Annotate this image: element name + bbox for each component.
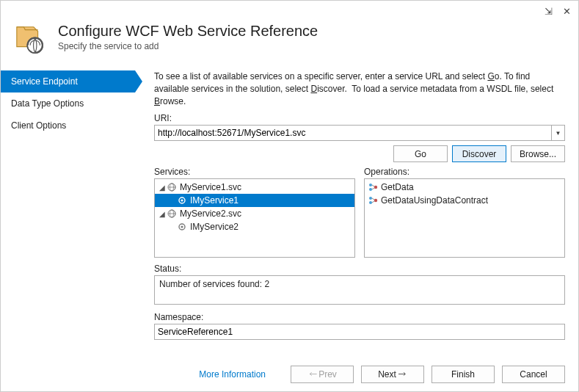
status-box: Number of services found: 2 [154, 275, 565, 305]
service-node[interactable]: ◢ MyService2.svc [155, 207, 354, 220]
service-file-icon [167, 208, 177, 219]
prev-button-label: Prev [318, 369, 337, 380]
operations-label: Operations: [364, 167, 565, 177]
wizard-sidebar: Service Endpoint Data Type Options Clien… [1, 70, 135, 340]
collapse-icon[interactable]: ◢ [158, 184, 167, 192]
dialog-header: Configure WCF Web Service Reference Spec… [1, 21, 578, 70]
arrow-left-icon: 🡐 [309, 369, 317, 378]
service-node-label: MyService2.svc [180, 208, 241, 219]
interface-node-label: IMyService1 [190, 195, 238, 206]
dialog-footer: More Information 🡐Prev Next🡒 Finish Canc… [1, 356, 578, 391]
arrow-right-icon: 🡒 [398, 369, 406, 378]
operation-label: GetDataUsingDataContract [381, 195, 488, 206]
interface-node-label: IMyService2 [190, 222, 238, 232]
cancel-button[interactable]: Cancel [502, 366, 565, 383]
sidebar-item-label: Service Endpoint [11, 76, 78, 87]
interface-icon [177, 222, 187, 232]
svg-point-7 [181, 226, 183, 228]
uri-input[interactable] [154, 125, 552, 141]
service-reference-icon [14, 23, 48, 59]
services-tree[interactable]: ◢ MyService1.svc IMyService1 ◢ [154, 178, 355, 258]
svg-point-12 [369, 201, 372, 204]
svg-point-10 [374, 186, 377, 189]
operation-icon [368, 195, 378, 206]
operation-icon [368, 182, 378, 192]
collapse-icon[interactable]: ◢ [158, 210, 167, 218]
service-node[interactable]: ◢ MyService1.svc [155, 181, 354, 194]
service-node-label: MyService1.svc [180, 182, 241, 192]
sidebar-item-label: Client Options [11, 120, 66, 131]
operation-item[interactable]: GetDataUsingDataContract [365, 194, 564, 207]
interface-icon [177, 195, 187, 206]
service-file-icon [167, 182, 177, 192]
uri-label: URI: [154, 113, 565, 123]
uri-dropdown-icon[interactable]: ▼ [552, 125, 565, 141]
sidebar-item-data-type-options[interactable]: Data Type Options [1, 92, 135, 115]
overflow-icon[interactable]: ⇲ [545, 6, 553, 17]
go-button[interactable]: Go [393, 145, 448, 162]
prev-button[interactable]: 🡐Prev [291, 366, 354, 383]
interface-node[interactable]: IMyService2 [155, 220, 354, 233]
sidebar-item-client-options[interactable]: Client Options [1, 115, 135, 137]
close-icon[interactable]: ✕ [563, 6, 571, 17]
discover-button[interactable]: Discover [452, 145, 506, 162]
sidebar-item-service-endpoint[interactable]: Service Endpoint [1, 70, 135, 92]
page-subtitle: Specify the service to add [58, 41, 318, 51]
operation-item[interactable]: GetData [365, 181, 564, 194]
finish-button[interactable]: Finish [431, 366, 495, 383]
svg-point-8 [369, 184, 372, 186]
titlebar: ⇲ ✕ [1, 1, 578, 21]
wizard-content: To see a list of available services on a… [135, 70, 578, 340]
services-label: Services: [154, 167, 355, 177]
instructions-text: To see a list of available services on a… [154, 70, 565, 107]
next-button-label: Next [378, 369, 396, 380]
status-text: Number of services found: 2 [159, 279, 269, 289]
more-information-link[interactable]: More Information [199, 369, 266, 380]
operation-label: GetData [381, 182, 414, 192]
namespace-label: Namespace: [154, 312, 565, 322]
svg-point-9 [369, 188, 372, 191]
next-button[interactable]: Next🡒 [361, 366, 424, 383]
svg-point-4 [181, 200, 183, 202]
svg-point-13 [374, 199, 377, 202]
browse-button[interactable]: Browse... [511, 145, 565, 162]
operations-list[interactable]: GetData GetDataUsingDataContract [364, 178, 565, 258]
status-label: Status: [154, 264, 565, 274]
sidebar-item-label: Data Type Options [11, 98, 84, 109]
page-title: Configure WCF Web Service Reference [58, 23, 318, 40]
interface-node[interactable]: IMyService1 [155, 194, 354, 207]
namespace-input[interactable] [154, 324, 565, 340]
svg-point-11 [369, 197, 372, 200]
